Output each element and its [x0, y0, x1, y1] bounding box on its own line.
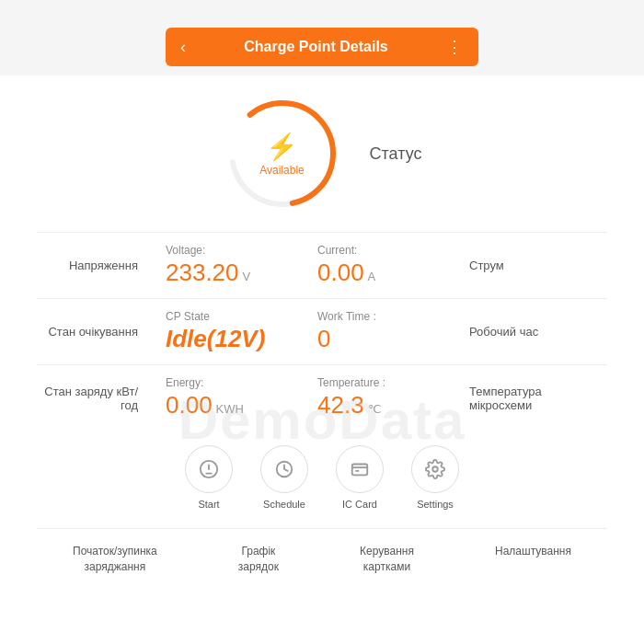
stats-worktime: Work Time : 0: [308, 310, 460, 353]
ukr-label-start: Початок/зупинка заряджання: [73, 544, 157, 575]
label-cpstate: Стан очікування: [37, 325, 156, 339]
energy-value-row: 0.00 KWH: [166, 391, 244, 420]
current-value-row: 0.00 A: [317, 259, 375, 287]
temp-field-label: Temperature :: [317, 376, 385, 389]
menu-button[interactable]: ⋮: [446, 37, 464, 57]
gauge-circle: ⚡ Available: [223, 94, 342, 213]
stats-current: Current: 0.00 A: [308, 244, 460, 287]
back-button[interactable]: ‹: [180, 38, 186, 57]
ukr-label-schedule: Графік зарядок: [238, 544, 279, 575]
current-value: 0.00: [317, 259, 364, 287]
current-unit: A: [368, 270, 376, 283]
stats-cpstate: CP State Idle(12V): [156, 310, 308, 353]
temp-value-row: 42.3 ℃: [317, 391, 382, 420]
schedule-label: Schedule: [263, 499, 305, 510]
worktime-field-label: Work Time :: [317, 310, 376, 323]
label-worktime: Робочий час: [460, 325, 607, 339]
start-icon: [185, 445, 233, 493]
ukr-label-settings: Налаштування: [495, 544, 571, 575]
energy-unit: KWH: [216, 402, 244, 416]
schedule-icon: [260, 445, 308, 493]
stats-row-energy: Стан заряду кВт/год Energy: 0.00 KWH Tem…: [37, 364, 607, 431]
gauge-inner: ⚡ Available: [259, 132, 304, 177]
temp-unit: ℃: [368, 402, 382, 416]
settings-label: Settings: [417, 499, 454, 510]
label-temp: Температура мікросхеми: [460, 385, 607, 412]
start-label: Start: [198, 499, 219, 510]
voltage-unit: V: [243, 270, 251, 283]
cpstate-field-label: CP State: [166, 310, 210, 323]
cpstate-value: Idle(12V): [166, 325, 265, 353]
ukr-labels-row: Початок/зупинка заряджання Графік зарядо…: [37, 528, 607, 575]
action-ic-card[interactable]: IC Card: [336, 445, 384, 510]
temp-value: 42.3: [317, 391, 364, 420]
gauge-available-label: Available: [259, 164, 304, 177]
gauge-section: ⚡ Available Статус: [223, 94, 422, 213]
current-field-label: Current:: [317, 244, 357, 257]
voltage-field-label: Voltage:: [166, 244, 205, 257]
main-content: DemoData ⚡ Available Статус Напряження V…: [0, 75, 644, 644]
label-voltage: Напряження: [37, 259, 156, 272]
status-text: Статус: [370, 144, 422, 164]
stats-temp: Temperature : 42.3 ℃: [308, 376, 460, 420]
action-settings[interactable]: Settings: [411, 445, 459, 510]
action-start[interactable]: Start: [185, 445, 233, 510]
stats-grid: Напряження Voltage: 233.20 V Current: 0.…: [37, 232, 607, 431]
stats-row-voltage: Напряження Voltage: 233.20 V Current: 0.…: [37, 232, 607, 298]
stats-voltage: Voltage: 233.20 V: [156, 244, 308, 287]
ic-card-icon: [336, 445, 384, 493]
cpstate-value-row: Idle(12V): [166, 325, 265, 353]
settings-icon: [411, 445, 459, 493]
svg-rect-4: [352, 465, 368, 476]
worktime-value-row: 0: [317, 325, 330, 353]
label-current: Струм: [460, 259, 607, 272]
energy-value: 0.00: [166, 391, 213, 420]
stats-row-cpstate: Стан очікування CP State Idle(12V) Work …: [37, 298, 607, 364]
voltage-value: 233.20: [166, 259, 239, 287]
voltage-value-row: 233.20 V: [166, 259, 250, 287]
bolt-icon: ⚡: [266, 132, 298, 162]
actions-row: Start Schedule IC Card: [185, 445, 459, 510]
svg-point-7: [432, 466, 438, 472]
ukr-label-ic-card: Керування картками: [360, 544, 414, 575]
action-schedule[interactable]: Schedule: [260, 445, 308, 510]
stats-energy: Energy: 0.00 KWH: [156, 376, 308, 420]
worktime-value: 0: [317, 325, 330, 353]
header-bar: ‹ Charge Point Details ⋮: [166, 28, 478, 66]
energy-field-label: Energy:: [166, 376, 203, 389]
header-title: Charge Point Details: [244, 39, 387, 55]
label-energy: Стан заряду кВт/год: [37, 385, 156, 412]
ic-card-label: IC Card: [342, 499, 377, 510]
